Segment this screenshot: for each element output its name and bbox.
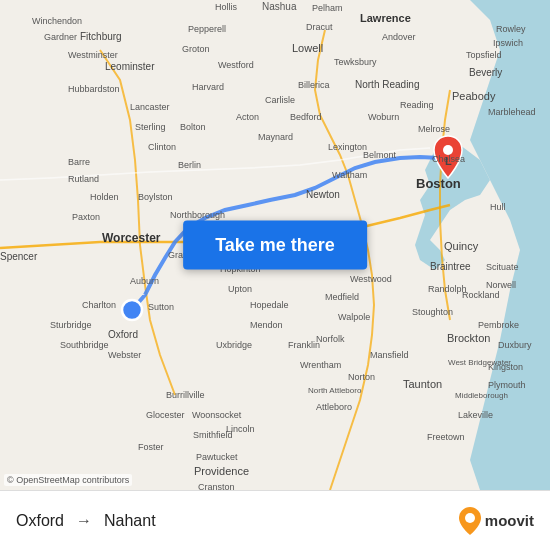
svg-text:Uxbridge: Uxbridge [216, 340, 252, 350]
map-attribution: © OpenStreetMap contributors [4, 474, 132, 486]
svg-text:L: L [445, 155, 452, 167]
svg-text:Dracut: Dracut [306, 22, 333, 32]
svg-text:Hollis: Hollis [215, 2, 238, 12]
svg-text:Pawtucket: Pawtucket [196, 452, 238, 462]
svg-text:North Attleboro: North Attleboro [308, 386, 362, 395]
svg-text:Hubbardston: Hubbardston [68, 84, 120, 94]
svg-point-1 [122, 300, 142, 320]
svg-text:Southbridge: Southbridge [60, 340, 109, 350]
moovit-text: moovit [485, 512, 534, 529]
svg-text:Rutland: Rutland [68, 174, 99, 184]
svg-text:Topsfield: Topsfield [466, 50, 502, 60]
svg-text:Clinton: Clinton [148, 142, 176, 152]
take-me-there-button[interactable]: Take me there [183, 221, 367, 270]
svg-text:Quincy: Quincy [444, 240, 479, 252]
svg-text:Northborough: Northborough [170, 210, 225, 220]
svg-text:Worcester: Worcester [102, 231, 161, 245]
svg-text:Sterling: Sterling [135, 122, 166, 132]
svg-text:Stoughton: Stoughton [412, 307, 453, 317]
svg-text:Billerica: Billerica [298, 80, 330, 90]
svg-text:Glocester: Glocester [146, 410, 185, 420]
moovit-logo: moovit [459, 507, 534, 535]
svg-text:Lowell: Lowell [292, 42, 323, 54]
svg-text:Melrose: Melrose [418, 124, 450, 134]
svg-text:Webster: Webster [108, 350, 141, 360]
bottom-bar: Oxford → Nahant moovit [0, 490, 550, 550]
svg-text:Marblehead: Marblehead [488, 107, 536, 117]
svg-text:Cranston: Cranston [198, 482, 235, 490]
svg-text:Oxford: Oxford [108, 329, 138, 340]
svg-text:Spencer: Spencer [0, 251, 38, 262]
svg-text:Kingston: Kingston [488, 362, 523, 372]
svg-text:Belmont: Belmont [363, 150, 397, 160]
svg-text:Wrentham: Wrentham [300, 360, 341, 370]
svg-text:Hopedale: Hopedale [250, 300, 289, 310]
destination-label: Nahant [104, 512, 156, 530]
svg-text:Leominster: Leominster [105, 61, 155, 72]
svg-text:Randolph: Randolph [428, 284, 467, 294]
svg-text:Middleborough: Middleborough [455, 391, 508, 400]
svg-text:Tewksbury: Tewksbury [334, 57, 377, 67]
svg-text:Plymouth: Plymouth [488, 380, 526, 390]
svg-text:Fitchburg: Fitchburg [80, 31, 122, 42]
svg-text:Berlin: Berlin [178, 160, 201, 170]
svg-text:Norton: Norton [348, 372, 375, 382]
svg-text:Beverly: Beverly [469, 67, 502, 78]
svg-text:Woburn: Woburn [368, 112, 399, 122]
svg-text:Woonsocket: Woonsocket [192, 410, 242, 420]
svg-text:Hull: Hull [490, 202, 506, 212]
svg-text:Boylston: Boylston [138, 192, 173, 202]
svg-text:Rockland: Rockland [462, 290, 500, 300]
svg-text:Nashua: Nashua [262, 1, 297, 12]
svg-text:Holden: Holden [90, 192, 119, 202]
svg-text:North Reading: North Reading [355, 79, 419, 90]
svg-text:Attleboro: Attleboro [316, 402, 352, 412]
svg-text:Groton: Groton [182, 44, 210, 54]
svg-text:Barre: Barre [68, 157, 90, 167]
svg-text:Bedford: Bedford [290, 112, 322, 122]
svg-text:Carlisle: Carlisle [265, 95, 295, 105]
svg-text:Gardner: Gardner [44, 32, 77, 42]
svg-text:Maynard: Maynard [258, 132, 293, 142]
svg-text:Rowley: Rowley [496, 24, 526, 34]
svg-point-106 [465, 513, 475, 523]
svg-text:Peabody: Peabody [452, 90, 496, 102]
svg-text:Providence: Providence [194, 465, 249, 477]
svg-text:Walpole: Walpole [338, 312, 370, 322]
svg-text:Upton: Upton [228, 284, 252, 294]
svg-text:Sturbridge: Sturbridge [50, 320, 92, 330]
svg-text:Norwell: Norwell [486, 280, 516, 290]
svg-text:Lakeville: Lakeville [458, 410, 493, 420]
svg-text:Pelham: Pelham [312, 3, 343, 13]
svg-text:Westford: Westford [218, 60, 254, 70]
svg-text:Charlton: Charlton [82, 300, 116, 310]
direction-arrow-icon: → [76, 512, 92, 530]
svg-text:Burrillville: Burrillville [166, 390, 205, 400]
svg-text:Westminster: Westminster [68, 50, 118, 60]
svg-text:Scituate: Scituate [486, 262, 519, 272]
svg-text:Reading: Reading [400, 100, 434, 110]
svg-text:Duxbury: Duxbury [498, 340, 532, 350]
svg-text:Norfolk: Norfolk [316, 334, 345, 344]
svg-text:Foster: Foster [138, 442, 164, 452]
svg-text:Acton: Acton [236, 112, 259, 122]
svg-text:Pembroke: Pembroke [478, 320, 519, 330]
svg-text:Boston: Boston [416, 176, 461, 191]
svg-text:Medfield: Medfield [325, 292, 359, 302]
origin-label: Oxford [16, 512, 64, 530]
svg-text:Paxton: Paxton [72, 212, 100, 222]
svg-text:Mendon: Mendon [250, 320, 283, 330]
svg-text:Freetown: Freetown [427, 432, 465, 442]
svg-text:Sutton: Sutton [148, 302, 174, 312]
svg-text:Ipswich: Ipswich [493, 38, 523, 48]
svg-text:Lexington: Lexington [328, 142, 367, 152]
svg-text:Braintree: Braintree [430, 261, 471, 272]
svg-text:Lancaster: Lancaster [130, 102, 170, 112]
svg-text:Harvard: Harvard [192, 82, 224, 92]
svg-text:Andover: Andover [382, 32, 416, 42]
moovit-pin-icon [459, 507, 481, 535]
svg-text:Newton: Newton [306, 189, 340, 200]
svg-text:Lawrence: Lawrence [360, 12, 411, 24]
svg-text:Mansfield: Mansfield [370, 350, 409, 360]
svg-text:Waltham: Waltham [332, 170, 367, 180]
